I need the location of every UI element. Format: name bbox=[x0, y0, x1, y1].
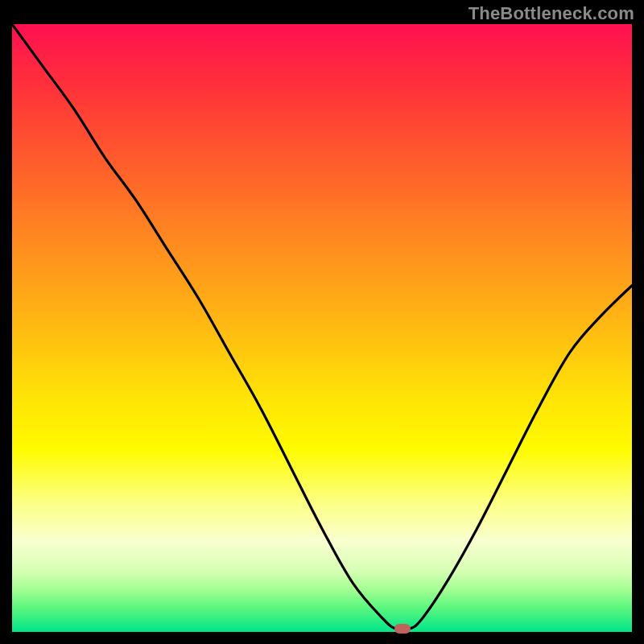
optimal-marker bbox=[394, 624, 411, 634]
plot-area bbox=[12, 24, 632, 632]
chart-frame: TheBottleneck.com bbox=[0, 0, 644, 644]
watermark-text: TheBottleneck.com bbox=[469, 3, 634, 24]
bottleneck-curve bbox=[12, 24, 632, 632]
